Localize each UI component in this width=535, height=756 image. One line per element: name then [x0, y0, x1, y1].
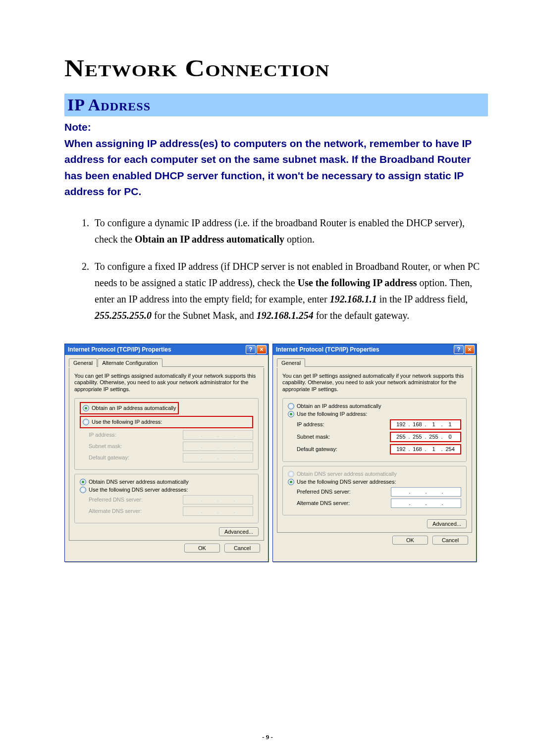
row-ip: IP address: ...: [89, 430, 253, 440]
row-mask: Subnet mask: ...: [89, 442, 253, 451]
radio-icon: [83, 405, 89, 411]
ip-seg: 192: [393, 421, 408, 427]
tcpip-dialog-auto: Internet Protocol (TCP/IP) Properties ? …: [64, 344, 268, 562]
radio-obtain-dns[interactable]: Obtain DNS server address automatically: [80, 479, 253, 485]
ok-button[interactable]: OK: [392, 536, 428, 545]
advanced-row: Advanced...: [282, 519, 467, 528]
mask-input[interactable]: 255. 255. 255. 0: [390, 432, 461, 442]
ip-seg: 254: [443, 446, 458, 452]
row-adns: Alternate DNS server: ...: [89, 506, 253, 516]
radio-icon: [288, 479, 294, 485]
steps-list: To configure a dynamic IP address (i.e. …: [64, 215, 488, 324]
dialog-footer: OK Cancel: [69, 541, 264, 556]
tab-panel: You can get IP settings assigned automat…: [69, 368, 264, 541]
dns-group: Obtain DNS server address automatically …: [74, 474, 259, 523]
ip-input: ...: [183, 430, 253, 440]
field-label: Default gateway:: [297, 446, 337, 452]
dialog-titlebar: Internet Protocol (TCP/IP) Properties ? …: [65, 344, 268, 355]
tab-general[interactable]: General: [277, 358, 305, 367]
step-text-bi: 192.168.1.254: [257, 310, 314, 321]
close-icon[interactable]: ×: [257, 345, 267, 354]
ip-seg: 255: [427, 434, 441, 440]
radio-label: Obtain DNS server address automatically: [89, 479, 189, 485]
radio-obtain-ip[interactable]: Obtain an IP address automatically: [288, 403, 461, 409]
field-label: Preferred DNS server:: [89, 497, 143, 503]
step-text-bi: 192.168.1.1: [330, 294, 377, 304]
radio-use-dns[interactable]: Use the following DNS server addresses:: [288, 479, 461, 485]
ip-seg: 0: [443, 434, 458, 440]
ip-seg: 255: [410, 434, 425, 440]
radio-obtain-ip[interactable]: Obtain an IP address automatically: [83, 405, 176, 411]
tab-general[interactable]: General: [69, 358, 97, 367]
radio-label: Obtain an IP address automatically: [297, 403, 381, 409]
dialog-pair: Internet Protocol (TCP/IP) Properties ? …: [64, 344, 488, 562]
dialog-title: Internet Protocol (TCP/IP) Properties: [276, 346, 379, 353]
radio-label: Use the following IP address:: [92, 419, 162, 425]
radio-icon: [83, 419, 89, 425]
dialog-titlebar: Internet Protocol (TCP/IP) Properties ? …: [273, 344, 476, 355]
step-text: for the default gateway.: [314, 310, 410, 321]
tab-alt-config[interactable]: Alternate Configuration: [98, 358, 162, 367]
highlight-box: Obtain an IP address automatically: [80, 402, 179, 414]
dialog-title: Internet Protocol (TCP/IP) Properties: [68, 346, 171, 353]
field-label: Alternate DNS server:: [89, 508, 142, 514]
radio-obtain-dns[interactable]: Obtain DNS server address automatically: [288, 471, 461, 477]
adns-input[interactable]: ...: [391, 499, 461, 508]
ip-seg: 255: [393, 434, 408, 440]
field-label: Preferred DNS server:: [297, 489, 351, 495]
dialog-footer: OK Cancel: [277, 533, 472, 549]
radio-label: Use the following DNS server addresses:: [297, 479, 396, 485]
help-icon[interactable]: ?: [454, 345, 464, 354]
note-body: When assigning IP address(es) to compute…: [64, 138, 472, 198]
cancel-button[interactable]: Cancel: [432, 536, 468, 545]
cancel-button[interactable]: Cancel: [224, 544, 260, 553]
tabstrip: General Alternate Configuration: [69, 358, 264, 367]
pdns-input[interactable]: ...: [391, 487, 461, 497]
ip-seg: 192: [393, 446, 408, 452]
page-title: Network Connection: [64, 54, 535, 82]
step-text-bi: 255.255.255.0: [95, 310, 152, 321]
step-text: for the Subnet Mask, and: [152, 310, 257, 321]
advanced-button[interactable]: Advanced...: [427, 519, 467, 528]
ip-seg: 168: [410, 421, 425, 427]
help-icon[interactable]: ?: [246, 345, 256, 354]
row-ip: IP address: 192. 168. 1. 1: [297, 419, 461, 430]
tcpip-dialog-static: Internet Protocol (TCP/IP) Properties ? …: [272, 344, 477, 562]
ip-group: Obtain an IP address automatically Use t…: [282, 398, 467, 462]
gateway-input[interactable]: 192. 168. 1. 254: [390, 444, 461, 454]
note-label: Note:: [64, 121, 91, 133]
radio-label: Obtain an IP address automatically: [92, 405, 176, 411]
field-label: Subnet mask:: [297, 434, 330, 440]
step-text-bold: Obtain an IP address automatically: [135, 234, 284, 245]
note-block: Note: When assigning IP address(es) to c…: [64, 119, 488, 200]
radio-label: Use the following DNS server addresses:: [89, 487, 188, 493]
row-adns: Alternate DNS server: ...: [297, 499, 461, 508]
mask-input: ...: [183, 442, 253, 451]
close-icon[interactable]: ×: [465, 345, 475, 354]
radio-use-ip[interactable]: Use the following IP address:: [83, 419, 250, 425]
radio-icon: [80, 479, 86, 485]
step-text: option.: [284, 234, 315, 245]
field-label: IP address:: [297, 421, 324, 427]
field-label: Alternate DNS server:: [297, 500, 350, 506]
ip-seg: 1: [443, 421, 458, 427]
ip-seg: 1: [427, 421, 441, 427]
radio-label: Use the following IP address:: [297, 411, 367, 417]
advanced-button[interactable]: Advanced...: [219, 527, 259, 536]
ip-group: Obtain an IP address automatically Use t…: [74, 398, 259, 470]
tab-panel: You can get IP settings assigned automat…: [277, 368, 472, 533]
row-pdns: Preferred DNS server: ...: [89, 495, 253, 504]
panel-description: You can get IP settings assigned automat…: [282, 373, 467, 393]
ok-button[interactable]: OK: [184, 544, 220, 553]
highlight-box: Use the following IP address:: [80, 416, 253, 428]
step-2: To configure a fixed IP address (if DHCP…: [92, 258, 488, 324]
radio-use-dns[interactable]: Use the following DNS server addresses:: [80, 487, 253, 493]
radio-icon: [80, 487, 86, 493]
radio-icon: [288, 471, 294, 477]
field-label: Subnet mask:: [89, 443, 122, 449]
ip-input[interactable]: 192. 168. 1. 1: [390, 419, 461, 430]
radio-use-ip[interactable]: Use the following IP address:: [288, 411, 461, 417]
pdns-input: ...: [183, 495, 253, 504]
row-gateway: Default gateway: 192. 168. 1. 254: [297, 444, 461, 454]
row-pdns: Preferred DNS server: ...: [297, 487, 461, 497]
